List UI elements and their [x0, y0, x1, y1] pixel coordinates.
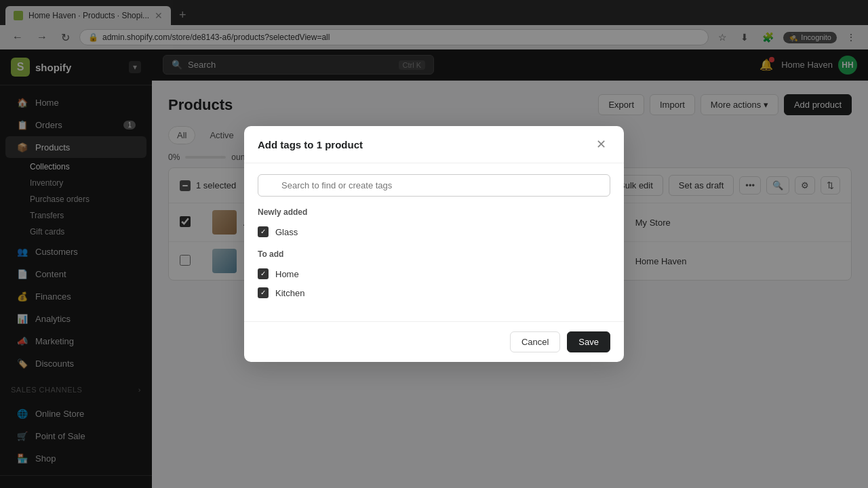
modal-footer: Cancel Save — [244, 321, 624, 362]
modal-title: Add tags to 1 product — [258, 139, 363, 150]
tag-search-wrapper: 🔍 — [258, 174, 610, 197]
newly-added-section: Newly added Glass — [258, 207, 610, 241]
tag-search-input[interactable] — [258, 174, 610, 197]
tag-home-label: Home — [275, 269, 299, 279]
tag-home-checkbox[interactable] — [258, 268, 269, 279]
tag-glass: Glass — [258, 222, 610, 241]
to-add-section: To add Home Kitchen — [258, 249, 610, 302]
tag-home: Home — [258, 264, 610, 283]
modal-header: Add tags to 1 product ✕ — [244, 126, 624, 163]
tag-kitchen-checkbox[interactable] — [258, 287, 269, 298]
to-add-label: To add — [258, 249, 610, 259]
modal-overlay: Add tags to 1 product ✕ 🔍 Newly added Gl… — [0, 0, 868, 488]
save-button[interactable]: Save — [567, 331, 610, 352]
cancel-button[interactable]: Cancel — [510, 331, 560, 352]
modal-body: 🔍 Newly added Glass To add Home Kitc — [244, 163, 624, 321]
newly-added-label: Newly added — [258, 207, 610, 217]
tag-glass-checkbox[interactable] — [258, 226, 269, 237]
modal-close-button[interactable]: ✕ — [592, 137, 610, 152]
tag-kitchen-label: Kitchen — [275, 288, 304, 298]
add-tags-modal: Add tags to 1 product ✕ 🔍 Newly added Gl… — [244, 126, 624, 362]
tag-glass-label: Glass — [275, 227, 298, 237]
tag-kitchen: Kitchen — [258, 283, 610, 302]
